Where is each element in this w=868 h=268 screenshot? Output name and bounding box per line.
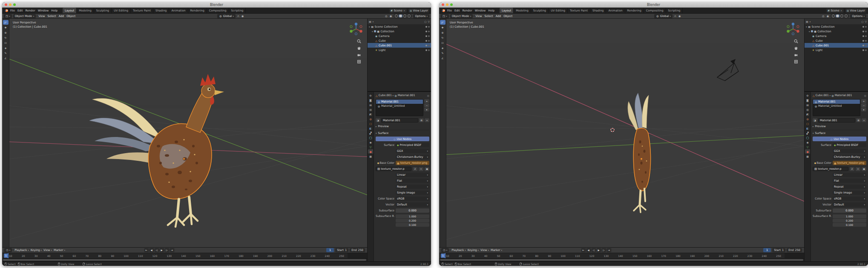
disable-render-toggle[interactable] — [428, 31, 430, 32]
playback-play[interactable]: ▶ — [596, 248, 601, 252]
subsurface-slider[interactable]: 0.000 — [396, 208, 429, 213]
playback-play-reverse[interactable]: ◁ — [591, 248, 596, 252]
playback-next-keyframe[interactable]: ▷ — [601, 248, 606, 252]
subsurface-radius-value[interactable]: 0.100 — [396, 223, 429, 227]
options-dropdown[interactable]: Options ▾ — [850, 14, 866, 18]
use-nodes-button[interactable]: ◇ Use Nodes — [813, 137, 866, 141]
outliner-item-light[interactable]: ☀Light — [368, 48, 431, 52]
interpolation-dropdown[interactable]: Linear ▾ — [396, 173, 429, 177]
expand-icon[interactable]: ▾ — [369, 26, 370, 28]
outliner-item-scene-collection[interactable]: ▾▤Scene Collection — [368, 24, 431, 29]
unlink-material-button[interactable]: × — [862, 118, 866, 122]
material-slot-material-untitled[interactable]: ◍Material_Untitled — [813, 104, 860, 108]
projection-dropdown[interactable]: Flat ▾ — [396, 179, 429, 183]
blender-logo-icon[interactable] — [4, 9, 9, 12]
image-datablock-field[interactable]: ▨ texture_rooster.p — [376, 167, 411, 171]
timeline-scrollbar[interactable] — [439, 258, 804, 261]
properties-tab-physics[interactable]: ◯ — [368, 135, 373, 140]
browse-material-button[interactable]: ◑ — [376, 118, 380, 122]
hide-viewport-toggle[interactable] — [862, 45, 864, 46]
close-icon[interactable]: × — [840, 9, 842, 12]
tool-measure[interactable]: ∠ — [3, 56, 9, 60]
breadcrumb-material[interactable]: Material.001 — [398, 94, 415, 97]
subsurface-slider[interactable]: 0.000 — [833, 208, 866, 213]
properties-tab-modifiers[interactable]: ◧ — [368, 126, 373, 130]
material-slot-material-001[interactable]: ◍Material.001 — [376, 100, 423, 104]
surface-shader-dropdown[interactable]: ● Principled BSDF — [396, 143, 429, 147]
properties-tab-material[interactable]: ● — [805, 149, 810, 154]
disable-render-toggle[interactable] — [428, 45, 430, 46]
workspace-tab-scripting[interactable]: Scripting — [229, 8, 246, 13]
workspace-tab-compositing[interactable]: Compositing — [644, 8, 666, 13]
collection-checkbox[interactable] — [374, 30, 376, 32]
surface-panel-header[interactable]: ▾ Surface — [376, 130, 429, 135]
minimize-button[interactable] — [446, 3, 448, 6]
tool-transform[interactable]: ◈ — [440, 46, 445, 50]
timeline-menu-playback[interactable]: Playback▾ — [14, 248, 30, 252]
workspace-tab-sculpting[interactable]: Sculpting — [531, 8, 549, 13]
tool-cursor[interactable]: ✚ — [3, 25, 9, 30]
current-frame-field[interactable]: 1 — [763, 248, 771, 252]
playback-play-reverse[interactable]: ◁ — [154, 248, 159, 252]
playback-previous-keyframe[interactable]: ◀ — [149, 248, 154, 252]
hide-viewport-toggle[interactable] — [425, 35, 427, 37]
browse-material-button[interactable]: ◑ — [813, 118, 817, 122]
extension-dropdown[interactable]: Repeat ▾ — [833, 185, 866, 189]
viewport-menu-view[interactable]: View — [37, 14, 46, 18]
workspace-tab-shading[interactable]: Shading — [153, 8, 169, 13]
properties-tab-scene[interactable]: ◩ — [805, 112, 810, 116]
close-icon[interactable]: × — [403, 9, 405, 12]
properties-tab-render[interactable]: ◙ — [368, 98, 373, 102]
menu-help[interactable]: Help — [50, 9, 59, 12]
material-name-field[interactable]: Material.001 — [381, 118, 418, 123]
workspace-tab-layout[interactable]: Layout — [63, 8, 77, 13]
tool-move[interactable]: ⊕ — [3, 30, 9, 35]
properties-tab-output[interactable]: ▤ — [368, 103, 373, 107]
timeline-menu-keying[interactable]: Keying▾ — [30, 248, 43, 252]
editor-type-button[interactable]: ◳ ▾ — [441, 14, 449, 18]
subsurface-radius-value[interactable]: 0.100 — [833, 223, 866, 227]
shading-wireframe-button[interactable] — [831, 14, 835, 17]
current-frame-field[interactable]: 1 — [326, 248, 334, 252]
viewport-menu-select[interactable]: Select — [483, 14, 494, 18]
menu-file[interactable]: File — [9, 9, 16, 12]
preview-panel-header[interactable]: ▸ Preview — [376, 124, 429, 128]
properties-tab-object-data[interactable]: ▽ — [368, 145, 373, 149]
timeline-ruler[interactable]: 1020304050607080901001101201301401501601… — [439, 253, 804, 258]
zoom-icon[interactable] — [357, 39, 361, 43]
shading-solid-button[interactable] — [836, 14, 839, 17]
properties-tab-particles[interactable]: ▞ — [805, 131, 810, 135]
timeline-ruler[interactable]: 1020304050607080901001101201301401501601… — [2, 253, 367, 258]
timeline-menu-view[interactable]: View▾ — [480, 248, 490, 252]
workspace-tab-shading[interactable]: Shading — [590, 8, 606, 13]
image-datablock-field[interactable]: ▨ texture_rooster.p — [813, 167, 848, 171]
snap-magnet-icon[interactable]: ∩ — [674, 14, 677, 18]
hide-viewport-toggle[interactable] — [425, 40, 427, 42]
tool-annotate[interactable]: ✎ — [3, 51, 9, 55]
remove-slot-button[interactable]: − — [861, 103, 866, 107]
workspace-tab-texture-paint[interactable]: Texture Paint — [568, 8, 590, 13]
tool-cursor[interactable]: ✚ — [440, 25, 445, 30]
hide-viewport-toggle[interactable] — [862, 35, 864, 37]
hide-viewport-toggle[interactable] — [862, 49, 864, 51]
timeline-menu-marker[interactable]: Marker▾ — [490, 248, 503, 252]
properties-tab-view-layer[interactable]: ▥ — [368, 107, 373, 111]
tool-transform[interactable]: ◈ — [3, 46, 9, 50]
disable-render-toggle[interactable] — [865, 40, 867, 42]
timeline-menu-marker[interactable]: Marker▾ — [53, 248, 66, 252]
workspace-tab-scripting[interactable]: Scripting — [666, 8, 683, 13]
ortho-grid-icon[interactable] — [357, 60, 361, 64]
hide-viewport-toggle[interactable] — [862, 26, 864, 28]
outliner-item-camera[interactable]: ◉Camera — [805, 34, 868, 38]
mode-dropdown[interactable]: Object Mode ▾ — [450, 14, 473, 18]
scrollbar-thumb[interactable] — [3, 259, 366, 261]
playback-jump-to-end[interactable]: ⇥ — [170, 248, 174, 252]
tool-measure[interactable]: ∠ — [440, 56, 445, 60]
workspace-tab-uv-editing[interactable]: UV Editing — [112, 8, 131, 13]
hide-viewport-toggle[interactable] — [862, 40, 864, 42]
options-dropdown[interactable]: Options ▾ — [413, 14, 429, 18]
tool-scale[interactable]: ⊡ — [440, 40, 445, 45]
image-users-button[interactable]: 2 — [850, 167, 854, 171]
move-hand-icon[interactable] — [357, 46, 361, 50]
workspace-tab-modeling[interactable]: Modeling — [514, 8, 531, 13]
